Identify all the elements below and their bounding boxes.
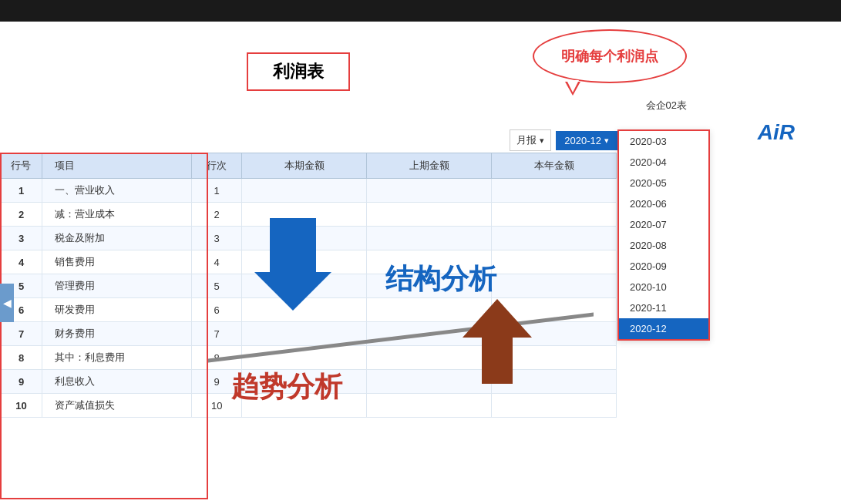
callout-text: 明确每个利润点 <box>561 47 658 66</box>
cell-seq: 2 <box>192 203 242 227</box>
svg-line-2 <box>208 314 594 361</box>
col-header-seq: 行次 <box>192 153 242 179</box>
svg-marker-0 <box>254 218 331 311</box>
cell-previous <box>367 394 492 418</box>
dropdown-menu[interactable]: 2020-03 2020-04 2020-05 2020-06 2020-07 … <box>617 129 710 341</box>
dropdown-item-2020-07[interactable]: 2020-07 <box>619 214 708 235</box>
cell-item: 其中：利息费用 <box>42 346 191 370</box>
structural-analysis-text: 结构分析 <box>385 260 496 298</box>
air-text: AiR <box>758 120 795 145</box>
cell-item: 销售费用 <box>42 250 191 274</box>
cell-annual <box>492 274 617 298</box>
cell-current <box>242 179 367 203</box>
svg-marker-1 <box>463 299 532 384</box>
main-content: 明确每个利润点 利润表 会企02表 月报 ▾ 2020-12 ▾ 单位：元 Ai… <box>0 22 841 504</box>
dropdown-item-2020-06[interactable]: 2020-06 <box>619 193 708 214</box>
col-header-previous: 上期金额 <box>367 153 492 179</box>
table-row: 1 一、营业收入 1 <box>1 179 617 203</box>
cell-previous <box>367 179 492 203</box>
cell-rownum: 3 <box>1 227 42 250</box>
cell-item: 税金及附加 <box>42 227 191 250</box>
page-title: 利润表 <box>273 62 324 81</box>
callout-bubble: 明确每个利润点 <box>533 29 687 83</box>
cell-annual <box>492 394 617 418</box>
company-label: 会企02表 <box>646 99 687 113</box>
dropdown-item-2020-04[interactable]: 2020-04 <box>619 152 708 173</box>
dropdown-item-2020-10[interactable]: 2020-10 <box>619 277 708 297</box>
chevron-down-icon-blue: ▾ <box>604 136 609 146</box>
period-value-select[interactable]: 2020-12 ▾ <box>556 131 617 150</box>
cell-item: 利息收入 <box>42 370 191 394</box>
arrow-up-red <box>463 299 532 384</box>
col-header-rownum: 行号 <box>1 153 42 179</box>
dropdown-item-2020-05[interactable]: 2020-05 <box>619 173 708 193</box>
cell-annual <box>492 227 617 250</box>
cell-previous <box>367 203 492 227</box>
cell-item: 管理费用 <box>42 274 191 298</box>
top-bar <box>0 0 841 22</box>
chevron-down-icon: ▾ <box>540 136 544 146</box>
cell-rownum: 8 <box>1 346 42 370</box>
col-header-item: 项目 <box>42 153 191 179</box>
dropdown-item-2020-03[interactable]: 2020-03 <box>619 131 708 152</box>
trend-line <box>208 307 594 368</box>
dropdown-item-2020-11[interactable]: 2020-11 <box>619 297 708 318</box>
title-box: 利润表 <box>247 52 350 91</box>
cell-previous <box>367 227 492 250</box>
cell-item: 研发费用 <box>42 298 191 322</box>
cell-rownum: 4 <box>1 250 42 274</box>
cell-item: 资产减值损失 <box>42 394 191 418</box>
cell-seq: 5 <box>192 274 242 298</box>
cell-seq: 1 <box>192 179 242 203</box>
cell-annual <box>492 250 617 274</box>
side-nav-button[interactable]: ◀ <box>0 284 14 322</box>
cell-rownum: 1 <box>1 179 42 203</box>
cell-rownum: 9 <box>1 370 42 394</box>
cell-rownum: 10 <box>1 394 42 418</box>
col-header-annual: 本年金额 <box>492 153 617 179</box>
cell-item: 减：营业成本 <box>42 203 191 227</box>
cell-annual <box>492 203 617 227</box>
period-type-select[interactable]: 月报 ▾ <box>510 129 551 151</box>
cell-seq: 3 <box>192 227 242 250</box>
cell-rownum: 7 <box>1 322 42 346</box>
cell-annual <box>492 179 617 203</box>
arrow-down-blue <box>254 218 331 311</box>
dropdown-item-2020-09[interactable]: 2020-09 <box>619 256 708 277</box>
cell-item: 财务费用 <box>42 322 191 346</box>
trend-analysis-text: 趋势分析 <box>231 368 342 406</box>
cell-seq: 4 <box>192 250 242 274</box>
col-header-current: 本期金额 <box>242 153 367 179</box>
dropdown-item-2020-12[interactable]: 2020-12 <box>619 318 708 339</box>
cell-rownum: 2 <box>1 203 42 227</box>
period-controls: 月报 ▾ 2020-12 ▾ <box>510 129 617 151</box>
cell-item: 一、营业收入 <box>42 179 191 203</box>
dropdown-item-2020-08[interactable]: 2020-08 <box>619 235 708 256</box>
